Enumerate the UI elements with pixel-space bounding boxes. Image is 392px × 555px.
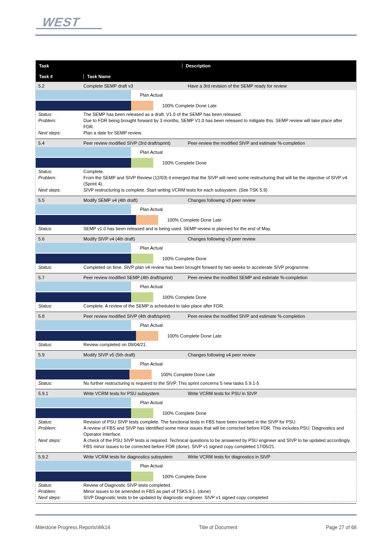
actual-bar	[36, 472, 131, 481]
table-row: 5.2Complete SEMP draft v3Have a 3rd revi…	[36, 82, 356, 139]
completion-legend: 100% Complete Done Late	[161, 372, 215, 377]
cell-desc: Changes following v4 peer review	[185, 352, 356, 357]
plan-bar-row: Plan Actual	[36, 204, 356, 214]
text-status: Complete. A review of the SEMP is schedu…	[83, 303, 224, 309]
text-status: No further restructuring is required to …	[83, 380, 259, 386]
actual-bar-row: 100% Complete Done	[36, 254, 356, 264]
row-body: Status:Complete.Problem:From the SEMP an…	[36, 168, 356, 196]
completion-legend: 100% Complete Done Late	[167, 333, 221, 338]
cell-taskname: Modify SIVP v5 (5th draft)	[82, 352, 185, 357]
cell-taskname: Peer review modified SEMP (4th draft/spr…	[82, 275, 185, 280]
status-chip	[131, 101, 153, 111]
label-problem: Problem:	[38, 118, 83, 130]
plan-bar	[36, 359, 131, 369]
plan-actual-legend: Plan Actual	[140, 323, 163, 328]
row-band: 5.9.1Write VCRM tests for PSU subsystemW…	[36, 389, 356, 398]
actual-bar-row: 100% Complete Done Late	[36, 101, 356, 111]
cell-desc: Have a 3rd revision of the SEMP ready fo…	[185, 83, 356, 88]
cell-taskname: Peer review modified SIVP (3rd draft/spr…	[82, 141, 185, 146]
footer-title: Title of Document	[199, 525, 238, 530]
plan-bar-row: Plan Actual	[36, 90, 356, 100]
text-status: Revision of PSU SIVP tests complete. The…	[83, 419, 297, 425]
label-status: Status:	[38, 226, 83, 232]
cell-taskname: Modify SEMP v4 (4th draft)	[82, 198, 185, 203]
label-status: Status:	[38, 380, 83, 386]
bottom-rule	[35, 514, 357, 516]
cell-desc: Write VCRM tests for PSU in SIVP	[185, 391, 356, 396]
actual-bar	[36, 215, 136, 225]
label-next: Next steps:	[38, 437, 83, 450]
actual-bar	[36, 331, 136, 341]
plan-bar	[36, 282, 131, 291]
row-body: Status:No further restructuring is requi…	[36, 379, 356, 389]
report-table: Task Description Task # Task Name 5.2Com…	[35, 60, 357, 502]
status-chip	[129, 370, 152, 379]
cell-taskname: Write VCRM tests for diagnostics subsyst…	[82, 454, 185, 459]
status-chip	[131, 158, 153, 168]
text-problem: A review of FBS and SIVP has identified …	[83, 425, 354, 437]
completion-legend: 100% Complete Done Late	[162, 103, 217, 108]
text-problem: From the SEMP and SIVP Review (12/03) it…	[83, 175, 354, 187]
status-chip	[136, 215, 158, 225]
actual-bar-row: 100% Complete Done	[36, 158, 356, 168]
cell-desc: Write VCRM tests for diagnostics in SIVP	[185, 454, 356, 459]
label-status: Status:	[38, 482, 83, 488]
row-body: Status:Complete. A review of the SEMP is…	[36, 302, 356, 312]
cell-desc: Changes following v3 peer review	[185, 198, 356, 203]
cell-desc: Peer-review the modified SEMP and estima…	[185, 275, 356, 280]
label-problem: Problem:	[38, 175, 83, 187]
table-row: 5.6Modify SIVP v4 (4th draft)Changes fol…	[36, 235, 356, 273]
row-band: 5.6Modify SIVP v4 (4th draft)Changes fol…	[36, 235, 356, 243]
plan-bar	[36, 243, 131, 253]
cell-tasknum: 5.6	[36, 236, 82, 241]
row-body: Status:Revision of PSU SIVP tests comple…	[36, 418, 356, 452]
row-band: 5.8Peer review modified SIVP (4th draft/…	[36, 312, 356, 320]
footer-page: Page 27 of 68	[326, 525, 357, 530]
row-band: 5.2Complete SEMP draft v3Have a 3rd revi…	[36, 82, 356, 90]
text-next: SIVP Diagnostic tests to be updated by d…	[83, 495, 268, 501]
actual-bar	[36, 254, 131, 264]
text-next: A check of the PSU SIVP tests is require…	[83, 437, 354, 450]
text-next: SIVP restructuring is complete. Start wr…	[83, 187, 267, 193]
actual-bar	[36, 292, 131, 302]
completion-legend: 100% Complete Done	[162, 411, 207, 416]
status-chip	[131, 254, 153, 264]
label-next: Next steps:	[38, 495, 83, 501]
plan-bar-row: Plan Actual	[36, 320, 356, 330]
cell-tasknum: 5.8	[36, 314, 82, 319]
actual-bar	[36, 101, 131, 111]
completion-legend: 100% Complete Done	[162, 295, 207, 300]
completion-legend: 100% Complete Done	[162, 256, 207, 261]
text-status: Completed on time. SIVP plan v4 review h…	[83, 264, 310, 271]
table-row: 5.4Peer review modified SIVP (3rd draft/…	[36, 139, 356, 196]
status-chip	[136, 331, 158, 341]
text-status: Review of Diagnostic SIVP tests complete…	[83, 482, 171, 488]
plan-bar-row: Plan Actual	[36, 398, 356, 407]
row-band: 5.9.2Write VCRM tests for diagnostics su…	[36, 453, 356, 461]
svg-rect-1	[36, 28, 102, 29]
plan-bar	[36, 320, 131, 330]
label-status: Status:	[38, 111, 83, 118]
footer-path: Milestone Progress Reports\Wk14	[35, 525, 110, 530]
plan-bar-row: Plan Actual	[36, 461, 356, 471]
table-row: 5.7Peer review modified SEMP (4th draft/…	[36, 273, 356, 312]
row-band: 5.7Peer review modified SEMP (4th draft/…	[36, 273, 356, 282]
label-status: Status:	[38, 169, 83, 175]
completion-legend: 100% Complete Done Late	[167, 217, 221, 222]
label-status: Status:	[38, 303, 83, 309]
plan-actual-legend: Plan Actual	[140, 284, 163, 289]
label-next: Next steps:	[38, 130, 83, 136]
actual-bar-row: 100% Complete Done	[36, 472, 356, 481]
cell-tasknum: 5.9.1	[36, 391, 82, 396]
table-header: Task Description Task # Task Name	[36, 60, 356, 82]
cell-tasknum: 5.9	[36, 352, 82, 357]
actual-bar-row: 100% Complete Done	[36, 292, 356, 302]
cell-tasknum: 5.4	[36, 141, 82, 146]
completion-legend: 100% Complete Done	[162, 160, 207, 165]
actual-bar-row: 100% Complete Done Late	[36, 215, 356, 225]
plan-bar	[36, 461, 131, 471]
table-row: 5.9Modify SIVP v5 (5th draft)Changes fol…	[36, 351, 356, 389]
plan-bar-row: Plan Actual	[36, 147, 356, 157]
col-tasknum: Task #	[36, 74, 83, 79]
cell-taskname: Peer review modified SIVP (4th draft/spr…	[82, 314, 185, 319]
